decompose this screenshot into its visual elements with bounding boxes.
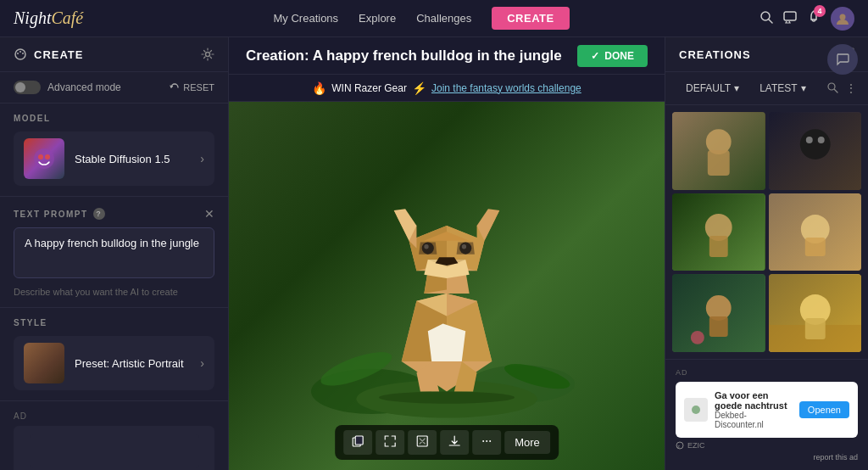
sidebar-header: CREATE [0, 37, 228, 72]
model-section-label: MODEL [14, 114, 214, 123]
more-label: More [515, 436, 540, 449]
creation-thumbnail-4[interactable] [769, 193, 862, 271]
search-button[interactable] [760, 10, 773, 27]
reset-label: RESET [183, 82, 214, 92]
search-filter-icon [826, 81, 838, 93]
creation-thumbnail-3[interactable] [672, 193, 765, 271]
avatar[interactable] [831, 7, 854, 31]
svg-point-63 [805, 137, 812, 143]
more-options-button[interactable]: ⋮ [845, 81, 857, 96]
advanced-mode-toggle[interactable] [14, 81, 41, 94]
filter-default-button[interactable]: DEFAULT ▾ [679, 79, 746, 98]
svg-marker-40 [457, 242, 475, 254]
svg-point-11 [45, 154, 50, 159]
search-filter-button[interactable] [826, 81, 838, 96]
style-thumbnail [24, 343, 64, 383]
reset-button[interactable]: RESET [170, 82, 214, 92]
creation-thumbnail-2[interactable] [769, 112, 862, 190]
svg-point-8 [206, 53, 210, 57]
right-sidebar: CREATIONS DEFAULT ▾ LATEST ▾ [665, 37, 868, 470]
style-section-label: STYLE [14, 318, 214, 327]
svg-point-56 [828, 83, 835, 90]
creation-header: Creation: A happy french bulldog in the … [229, 37, 665, 75]
copy-icon [352, 435, 364, 447]
filter-latest-button[interactable]: LATEST ▾ [753, 79, 812, 98]
copy-button[interactable] [343, 430, 372, 455]
challenges-link[interactable]: Challenges [416, 12, 471, 25]
filter-row: DEFAULT ▾ LATEST ▾ ⋮ [665, 72, 868, 105]
download-button[interactable] [440, 430, 469, 455]
creation-thumbnail-1[interactable] [672, 112, 765, 190]
svg-point-7 [22, 53, 24, 54]
logo[interactable]: NightCafé [14, 8, 83, 28]
chat-icon [835, 52, 850, 67]
svg-point-74 [691, 331, 704, 344]
svg-line-1 [769, 20, 772, 23]
checkmark-icon: ✓ [591, 50, 599, 62]
filter-latest-chevron: ▾ [801, 82, 806, 94]
prompt-hint: Describe what you want the AI to create [14, 287, 214, 297]
options-button[interactable] [472, 430, 501, 455]
settings-icon[interactable] [201, 48, 214, 61]
expand-icon [384, 435, 396, 447]
style-card[interactable]: Preset: Artistic Portrait › [14, 336, 214, 390]
creation-thumbnail-6[interactable] [769, 274, 862, 352]
model-name: Stable Diffusion 1.5 [75, 153, 190, 165]
image-area: More [229, 102, 665, 470]
model-chevron-icon: › [200, 152, 204, 165]
notifications-button[interactable]: 4 [807, 10, 821, 27]
messages-button[interactable] [783, 10, 797, 27]
dots-icon [481, 435, 492, 447]
style-section: STYLE Preset: Artistic Portrait › [0, 308, 228, 401]
ad-open-button[interactable]: Openen [799, 401, 849, 418]
ad-sub: Dekbed-Discounter.nl [715, 411, 793, 429]
fullscreen-button[interactable] [408, 430, 437, 455]
filter-latest-label: LATEST [760, 82, 797, 94]
ezic-icon: z [676, 441, 684, 450]
model-thumbnail [24, 138, 64, 179]
search-icon [760, 10, 773, 24]
filter-default-label: DEFAULT [686, 82, 731, 94]
more-button[interactable]: More [504, 431, 550, 454]
style-chevron-icon: › [200, 356, 204, 370]
svg-text:z: z [677, 444, 680, 449]
style-name: Preset: Artistic Portrait [75, 357, 190, 370]
svg-point-49 [486, 440, 487, 442]
filter-default-chevron: ▾ [734, 82, 739, 94]
prompt-input[interactable] [14, 227, 214, 278]
main-content: Creation: A happy french bulldog in the … [229, 37, 665, 470]
svg-point-3 [839, 14, 845, 20]
svg-point-4 [15, 49, 25, 59]
done-button[interactable]: ✓ DONE [577, 45, 648, 67]
prompt-help-icon[interactable]: ? [93, 208, 105, 220]
svg-rect-67 [709, 236, 728, 257]
svg-point-64 [817, 137, 824, 143]
nav-icon-group: 4 [760, 7, 854, 31]
expand-button[interactable] [376, 430, 404, 455]
creations-title: CREATIONS [679, 48, 834, 61]
ad-report[interactable]: report this ad [676, 453, 858, 462]
nav-links: My Creations Explore Challenges CREATE [274, 7, 570, 30]
toggle-thumb [15, 82, 25, 92]
creation-thumbnail-5[interactable] [672, 274, 765, 352]
prompt-section-label: TEXT PROMPT ? [14, 208, 105, 220]
origami-dog-art [311, 150, 582, 422]
svg-point-43 [379, 391, 515, 403]
explore-link[interactable]: Explore [359, 12, 396, 25]
messages-icon [783, 10, 797, 24]
main-image [229, 102, 665, 470]
lightning-emoji: ⚡ [412, 81, 426, 95]
prompt-close-button[interactable]: ✕ [204, 207, 214, 221]
chat-button[interactable] [827, 44, 858, 75]
model-card[interactable]: Stable Diffusion 1.5 › [14, 131, 214, 186]
promo-link[interactable]: Join the fantasy worlds challenge [431, 82, 581, 94]
right-ad-label: AD [676, 368, 858, 377]
svg-rect-78 [804, 318, 825, 339]
right-ad-card: Ga voor een goede nachtrust Dekbed-Disco… [676, 382, 858, 438]
svg-point-62 [799, 129, 830, 159]
svg-point-9 [34, 148, 54, 169]
svg-rect-60 [708, 150, 730, 176]
nav-create-button[interactable]: CREATE [492, 7, 569, 30]
ad-logo [684, 398, 708, 422]
my-creations-link[interactable]: My Creations [274, 12, 339, 25]
